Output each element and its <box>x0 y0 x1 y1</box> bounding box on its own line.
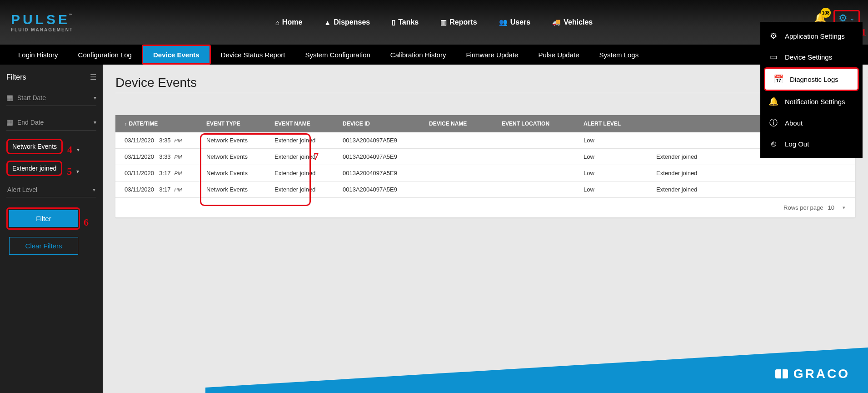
tab-calibration-history[interactable]: Calibration History <box>380 45 456 65</box>
table-wrap: ↑ DATE/TIME EVENT TYPE EVENT NAME DEVICE… <box>115 115 855 217</box>
col-event-location[interactable]: EVENT LOCATION <box>502 121 584 127</box>
menu-diagnostic-logs[interactable]: 📅 Diagnostic Logs <box>764 67 859 91</box>
event-type-select[interactable]: Network Events <box>6 139 63 154</box>
th-label: DATE/TIME <box>129 121 158 127</box>
footer: GRACO <box>205 348 868 393</box>
menu-device-settings[interactable]: ▭ Device Settings <box>760 46 863 67</box>
sidebar-header: Filters ☰ <box>6 73 96 81</box>
select-value: Network Events <box>12 143 57 150</box>
chevron-down-icon[interactable]: ▾ <box>76 168 79 175</box>
brand-main: PULSE <box>11 12 70 27</box>
th-label: ALERT LEVEL <box>584 121 621 127</box>
nav-label: Home <box>282 18 302 26</box>
menu-application-settings[interactable]: ⚙ Application Settings <box>760 25 863 46</box>
tab-login-history[interactable]: Login History <box>8 45 68 65</box>
tab-device-status-report[interactable]: Device Status Report <box>211 45 295 65</box>
nav-reports[interactable]: ▥ Reports <box>440 18 477 26</box>
cell-event-type: Network Events <box>206 153 274 160</box>
end-date-field[interactable]: ▦ End Date ▾ <box>6 114 96 131</box>
cell-event-name: Extender joined <box>274 153 343 160</box>
truck-icon: 🚚 <box>552 18 561 26</box>
footer-brand: GRACO <box>775 367 850 381</box>
cell-event-location <box>502 170 584 176</box>
cell-event-type: Network Events <box>206 137 274 144</box>
chevron-down-icon[interactable]: ▾ <box>77 146 80 153</box>
users-icon: 👥 <box>499 18 508 26</box>
cell-event-type: Network Events <box>206 186 274 193</box>
sort-asc-icon: ↑ <box>125 121 127 126</box>
footer-brand-text: GRACO <box>793 367 850 381</box>
th-label: EVENT TYPE <box>206 121 240 127</box>
nav-vehicles[interactable]: 🚚 Vehicles <box>552 18 593 26</box>
select-value: Extender joined <box>12 165 56 172</box>
table-row[interactable]: 03/11/2020 3:17PMNetwork EventsExtender … <box>115 165 855 181</box>
menu-label: Application Settings <box>785 32 845 40</box>
calendar-icon: ▦ <box>6 93 17 102</box>
cell-event-name: Extender joined <box>274 186 343 193</box>
nav-main: ⌂ Home ▲ Dispenses ▯ Tanks ▥ Reports 👥 U… <box>275 18 593 26</box>
cell-device-id: 0013A2004097A5E9 <box>343 186 429 193</box>
tab-device-events[interactable]: Device Events <box>142 45 211 65</box>
calendar-icon: ▦ <box>6 118 17 126</box>
cell-datetime: 03/11/2020 3:33PM <box>125 153 206 160</box>
tab-system-logs[interactable]: System Logs <box>589 45 649 65</box>
nav-label: Users <box>510 18 530 26</box>
rows-per-page-value[interactable]: 10 <box>828 204 834 211</box>
tab-pulse-update[interactable]: Pulse Update <box>528 45 589 65</box>
col-device-id[interactable]: DEVICE ID <box>343 121 429 127</box>
table-row[interactable]: 03/11/2020 3:35PMNetwork EventsExtender … <box>115 132 855 149</box>
annotation-7: 7 <box>314 151 319 162</box>
menu-label: Notification Settings <box>785 98 845 106</box>
col-datetime[interactable]: ↑ DATE/TIME <box>125 121 206 127</box>
table-row[interactable]: 03/11/2020 3:33PMNetwork EventsExtender … <box>115 149 855 165</box>
cell-event-location <box>502 153 584 160</box>
tab-firmware-update[interactable]: Firmware Update <box>456 45 528 65</box>
nav-dispenses[interactable]: ▲ Dispenses <box>324 18 370 26</box>
filter-toggle-icon[interactable]: ☰ <box>90 73 96 81</box>
annotation-4: 4 <box>67 144 72 156</box>
filters-title: Filters <box>6 73 26 81</box>
table-row[interactable]: 03/11/2020 3:17PMNetwork EventsExtender … <box>115 181 855 198</box>
droplet-icon: ▲ <box>324 19 331 26</box>
calendar-icon: 📅 <box>773 74 783 84</box>
menu-notification-settings[interactable]: 🔔 Notification Settings <box>760 91 863 112</box>
top-bar: PULSE™ FLUID MANAGEMENT ⌂ Home ▲ Dispens… <box>0 0 868 45</box>
cell-datetime: 03/11/2020 3:17PM <box>125 170 206 176</box>
cell-device-id: 0013A2004097A5E9 <box>343 170 429 176</box>
alert-level-select[interactable]: Alert Level ▾ <box>6 182 96 197</box>
notification-badge: 108 <box>821 8 831 18</box>
col-alert-level[interactable]: ALERT LEVEL <box>584 121 656 127</box>
brand-logo: PULSE™ FLUID MANAGEMENT <box>11 13 73 32</box>
filters-sidebar: Filters ☰ ▦ Start Date ▾ ▦ End Date ▾ Ne… <box>0 65 103 393</box>
col-event-name[interactable]: EVENT NAME <box>274 121 343 127</box>
col-event-type[interactable]: EVENT TYPE <box>206 121 274 127</box>
nav-users[interactable]: 👥 Users <box>499 18 530 26</box>
cell-description: Extender joined <box>656 186 846 193</box>
th-label: EVENT LOCATION <box>502 121 549 127</box>
menu-about[interactable]: ⓘ About <box>760 112 863 134</box>
tab-configuration-log[interactable]: Configuration Log <box>68 45 142 65</box>
logout-icon: ⎋ <box>768 139 778 149</box>
select-value: Alert Level <box>7 186 37 193</box>
menu-log-out[interactable]: ⎋ Log Out <box>760 134 863 154</box>
clear-filters-button[interactable]: Clear Filters <box>9 237 78 255</box>
home-icon: ⌂ <box>275 19 279 26</box>
nav-tanks[interactable]: ▯ Tanks <box>392 18 419 26</box>
settings-dropdown: ⚙ Application Settings ▭ Device Settings… <box>760 22 863 158</box>
menu-label: Diagnostic Logs <box>790 76 838 83</box>
event-name-select[interactable]: Extender joined <box>6 161 62 176</box>
tab-label: Device Events <box>153 51 200 59</box>
start-date-field[interactable]: ▦ Start Date ▾ <box>6 90 96 106</box>
menu-label: Log Out <box>785 140 809 148</box>
annotation-5: 5 <box>67 166 72 177</box>
info-icon: ⓘ <box>768 117 778 128</box>
title-divider <box>115 93 855 93</box>
col-device-name[interactable]: DEVICE NAME <box>429 121 502 127</box>
tab-label: Calibration History <box>390 51 446 59</box>
filter-button[interactable]: Filter <box>9 210 78 227</box>
cell-device-id: 0013A2004097A5E9 <box>343 137 429 144</box>
chevron-down-icon[interactable]: ▾ <box>843 205 845 211</box>
tab-system-configuration[interactable]: System Configuration <box>295 45 380 65</box>
nav-home[interactable]: ⌂ Home <box>275 18 303 26</box>
tab-label: Pulse Update <box>538 51 579 59</box>
